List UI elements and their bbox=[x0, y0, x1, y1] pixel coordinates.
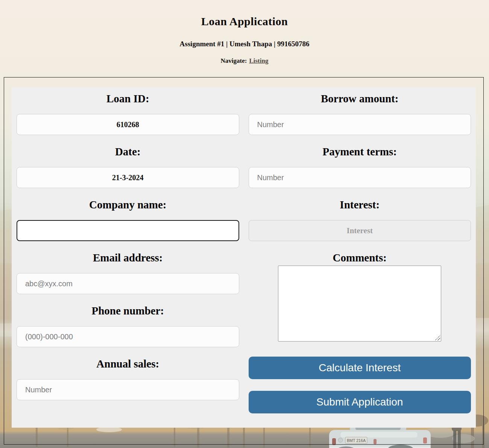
interest-input bbox=[249, 220, 471, 241]
date-input[interactable] bbox=[17, 167, 239, 188]
email-input[interactable] bbox=[17, 273, 239, 294]
submit-application-button[interactable]: Submit Application bbox=[249, 391, 471, 413]
date-label: Date: bbox=[17, 146, 239, 158]
comments-textarea[interactable] bbox=[278, 266, 441, 342]
email-label: Email address: bbox=[17, 252, 239, 264]
comments-label: Comments: bbox=[249, 252, 471, 264]
page-header: Loan Application Assignment #1 | Umesh T… bbox=[0, 0, 489, 77]
phone-label: Phone number: bbox=[17, 305, 239, 317]
annual-sales-input[interactable] bbox=[17, 379, 239, 400]
form-container: Loan ID: Date: Company name: Email addre… bbox=[4, 77, 484, 445]
calculate-interest-button[interactable]: Calculate Interest bbox=[249, 357, 471, 379]
payment-terms-label: Payment terms: bbox=[249, 146, 471, 158]
assignment-subtitle: Assignment #1 | Umesh Thapa | 991650786 bbox=[0, 40, 489, 48]
annual-sales-label: Annual sales: bbox=[17, 358, 239, 370]
form-column-right: Borrow amount: Payment terms: Interest: … bbox=[249, 93, 471, 413]
borrow-amount-input[interactable] bbox=[249, 114, 471, 135]
navigate-line: Navigate:Listing bbox=[0, 57, 489, 65]
form-column-left: Loan ID: Date: Company name: Email addre… bbox=[17, 93, 239, 411]
payment-terms-input[interactable] bbox=[249, 167, 471, 188]
navigate-label: Navigate: bbox=[221, 57, 247, 64]
loan-id-input[interactable] bbox=[17, 114, 239, 135]
company-name-label: Company name: bbox=[17, 199, 239, 211]
borrow-amount-label: Borrow amount: bbox=[249, 93, 471, 105]
comments-wrap bbox=[278, 266, 441, 342]
loan-id-label: Loan ID: bbox=[17, 93, 239, 105]
interest-label: Interest: bbox=[249, 199, 471, 211]
form-panel: Loan ID: Date: Company name: Email addre… bbox=[12, 87, 476, 428]
company-name-input[interactable] bbox=[17, 220, 239, 241]
phone-input[interactable] bbox=[17, 326, 239, 347]
page-title: Loan Application bbox=[0, 0, 489, 28]
listing-link[interactable]: Listing bbox=[249, 57, 268, 64]
